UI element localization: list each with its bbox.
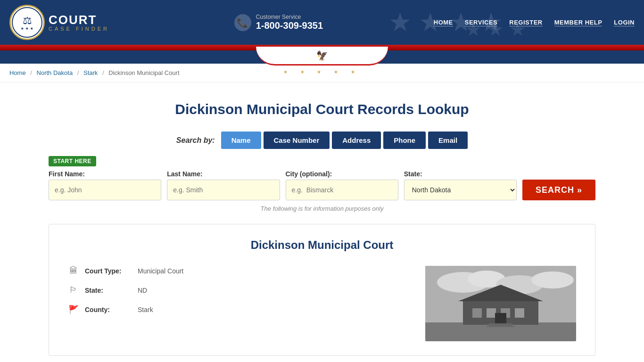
last-name-group: Last Name: [167,170,280,200]
tab-case-number[interactable]: Case Number [264,132,330,149]
tab-email[interactable]: Email [428,132,468,149]
first-name-group: First Name: [49,170,161,200]
first-name-label: First Name: [49,170,161,178]
court-type-label: Court Type: [85,267,132,275]
last-name-label: Last Name: [167,170,280,178]
scales-icon: ⚖ [23,15,32,27]
svg-rect-14 [487,326,515,327]
logo-stars: ★ ★ ★ [21,27,33,31]
city-group: City (optional): [286,170,398,200]
nav-home[interactable]: HOME [434,19,453,26]
court-county-icon: 🚩 [68,304,79,315]
banner-wave-shape: 🦅 ★ ★ ★ ★ ★ [256,47,388,66]
svg-rect-9 [487,308,496,318]
court-type-icon: 🏛 [68,266,79,276]
state-group: State: North Dakota Alabama Alaska Arizo… [404,170,517,200]
search-button[interactable]: SEARCH » [522,180,595,200]
city-label: City (optional): [286,170,398,178]
svg-point-4 [531,272,574,288]
court-county-label: County: [85,306,132,313]
start-here-badge: START HERE [49,156,96,166]
court-image [425,266,576,341]
tab-phone[interactable]: Phone [383,132,426,149]
state-select[interactable]: North Dakota Alabama Alaska Arizona Arka… [404,180,517,200]
cs-text-block: Customer Service 1-800-309-9351 [256,14,323,31]
breadcrumb-county[interactable]: Stark [83,69,98,76]
breadcrumb-state[interactable]: North Dakota [37,69,73,76]
court-type-row: 🏛 Court Type: Municipal Court [68,266,411,276]
site-header: ★ ★ ★ ★ ★ ★ ★ ⚖ ★ ★ ★ COURT CASE FINDER … [0,0,644,45]
tab-address[interactable]: Address [332,132,381,149]
last-name-input[interactable] [167,180,280,200]
court-state-row: 🏳 State: ND [68,285,411,295]
court-state-icon: 🏳 [68,285,79,295]
svg-rect-8 [472,308,482,318]
main-nav: HOME SERVICES REGISTER MEMBER HELP LOGIN [434,19,635,26]
breadcrumb-sep-2: / [77,69,79,76]
main-content: Dickinson Municipal Court Records Lookup… [39,82,605,362]
nav-login[interactable]: LOGIN [614,19,635,26]
nav-services[interactable]: SERVICES [465,19,498,26]
page-title: Dickinson Municipal Court Records Lookup [49,101,595,117]
logo-inner: ⚖ ★ ★ ★ [12,7,42,38]
first-name-input[interactable] [49,180,161,200]
search-by-row: Search by: Name Case Number Address Phon… [49,132,595,149]
search-by-label: Search by: [176,136,215,145]
eagle-icon: 🦅 [316,50,328,61]
court-card: Dickinson Municipal Court 🏛 Court Type: … [49,224,595,356]
city-input[interactable] [286,180,398,200]
search-form: First Name: Last Name: City (optional): … [49,170,595,200]
court-card-title: Dickinson Municipal Court [68,239,576,252]
logo-court-text: COURT [49,14,109,26]
breadcrumb-current: Dickinson Municipal Court [108,69,179,76]
court-card-content: 🏛 Court Type: Municipal Court 🏳 State: N… [68,266,576,341]
header-logo-area: ⚖ ★ ★ ★ COURT CASE FINDER [9,5,109,40]
customer-service: 📞 Customer Service 1-800-309-9351 [234,14,323,31]
court-county-row: 🚩 County: Stark [68,304,411,315]
court-type-value: Municipal Court [138,267,183,275]
nav-member-help[interactable]: MEMBER HELP [554,19,603,26]
state-label: State: [404,170,517,178]
court-info-details: 🏛 Court Type: Municipal Court 🏳 State: N… [68,266,411,341]
logo-circle: ⚖ ★ ★ ★ [9,5,45,40]
breadcrumb-home[interactable]: Home [9,69,26,76]
svg-rect-13 [489,323,512,326]
court-image-svg [425,266,576,341]
wave-banner: 🦅 ★ ★ ★ ★ ★ [0,50,644,64]
banner-stars: ★ ★ ★ ★ ★ [283,69,361,74]
court-state-value: ND [138,287,147,294]
court-county-value: Stark [138,306,153,313]
breadcrumb-sep-1: / [30,69,32,76]
phone-icon: 📞 [234,14,251,31]
breadcrumb-sep-3: / [102,69,104,76]
cs-phone: 1-800-309-9351 [256,20,323,31]
svg-rect-12 [495,313,506,325]
svg-rect-11 [515,308,524,318]
nav-register[interactable]: REGISTER [509,19,542,26]
info-note: The following is for information purpose… [49,205,595,212]
court-state-label: State: [85,287,132,294]
cs-label: Customer Service [256,14,323,20]
court-image-area [425,266,576,341]
logo-case-finder-text: CASE FINDER [49,26,109,32]
logo-text: COURT CASE FINDER [49,14,109,32]
tab-name[interactable]: Name [221,132,261,149]
